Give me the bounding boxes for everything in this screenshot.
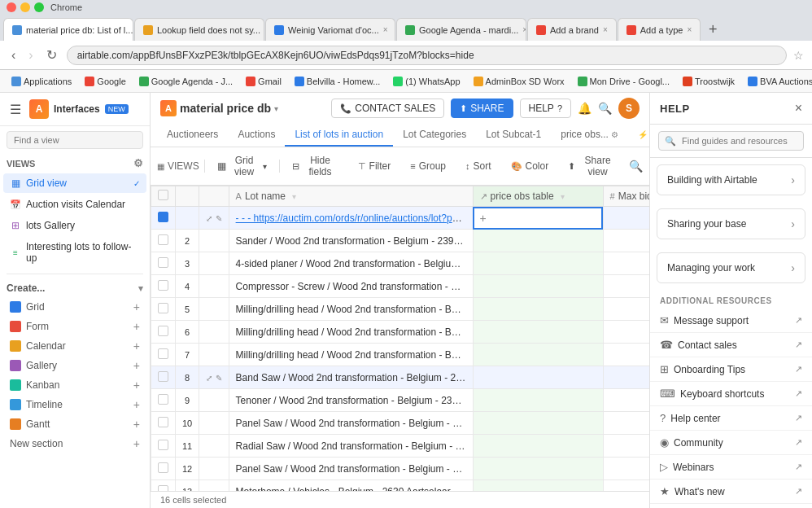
price-obs-cell[interactable] xyxy=(473,275,603,298)
new-tab-button[interactable]: + xyxy=(701,18,724,41)
row-checkbox[interactable] xyxy=(158,303,168,313)
tab-4[interactable]: Google Agenda - mardi... × xyxy=(396,18,526,41)
bookmark-troostwijk[interactable]: Troostwijk xyxy=(678,75,740,88)
row-checkbox[interactable] xyxy=(158,485,168,492)
lot-name-cell[interactable]: Panel Saw / Wood 2nd transformation - Be… xyxy=(229,412,473,435)
lot-name-cell[interactable]: Compressor - Screw / Wood 2nd transforma… xyxy=(229,275,473,298)
table-row[interactable]: 6 Milling/drilling head / Wood 2nd trans… xyxy=(151,321,650,344)
table-row[interactable]: 4 Compressor - Screw / Wood 2nd transfor… xyxy=(151,275,650,298)
lot-name-cell[interactable]: Radial Saw / Wood 2nd transformation - B… xyxy=(229,435,473,458)
create-timeline[interactable]: Timeline + xyxy=(3,395,146,414)
price-obs-cell[interactable] xyxy=(473,389,603,412)
sidebar-item-grid[interactable]: ▦ Grid view ✓ xyxy=(3,173,146,193)
lot-name-cell[interactable]: Panel Saw / Wood 2nd transformation - Be… xyxy=(229,458,473,480)
views-gear-icon[interactable]: ⚙ xyxy=(133,157,143,169)
row-check-cell[interactable] xyxy=(151,230,176,252)
row-expand-cell[interactable] xyxy=(199,480,229,492)
price-obs-cell[interactable] xyxy=(473,298,603,321)
row-expand-cell[interactable] xyxy=(199,298,229,321)
row-checkbox[interactable] xyxy=(158,371,168,382)
max-bid-cell[interactable] xyxy=(603,230,649,252)
bookmark-bva[interactable]: BVA Auctions - on... xyxy=(743,75,812,88)
share-button[interactable]: ⬆ SHARE xyxy=(451,99,513,118)
help-link-message-support[interactable]: ✉ Message support ↗ xyxy=(650,309,812,333)
max-bid-cell[interactable] xyxy=(603,458,649,480)
row-check-cell[interactable] xyxy=(151,480,176,492)
window-controls[interactable] xyxy=(7,2,44,12)
row-expand-cell[interactable]: ⤢ ✎ xyxy=(199,207,229,230)
table-row[interactable]: 13 Motorhome / Vehicles - Belgium - 2630… xyxy=(151,480,650,492)
lot-name-cell[interactable]: Sander / Wood 2nd transformation - Belgi… xyxy=(229,230,473,252)
bookmark-adminbox[interactable]: AdminBox SD Worx xyxy=(469,75,570,88)
tab-auctions[interactable]: Auctions xyxy=(228,124,285,147)
grid-view-button[interactable]: ▦ Grid view ▾ xyxy=(210,151,274,181)
row-check-cell[interactable] xyxy=(151,207,176,230)
row-expand-cell[interactable] xyxy=(199,344,229,366)
row-expand-cell[interactable]: ⤢ ✎ xyxy=(199,366,229,389)
filter-button[interactable]: ⊤ Filter xyxy=(351,157,399,175)
sidebar-item-calendar[interactable]: 📅 Auction visits Calendar xyxy=(3,195,146,214)
max-bid-cell[interactable] xyxy=(603,321,649,344)
max-bid-cell[interactable] xyxy=(603,480,649,492)
row-check-cell[interactable] xyxy=(151,366,176,389)
tab-auctioneers[interactable]: Auctioneers xyxy=(157,124,228,147)
lot-name-cell[interactable]: Milling/drilling head / Wood 2nd transfo… xyxy=(229,321,473,344)
max-bid-cell[interactable] xyxy=(603,298,649,321)
bookmark-applications[interactable]: Applications xyxy=(7,75,76,88)
max-bid-cell[interactable] xyxy=(603,389,649,412)
edit-row-icon[interactable]: ✎ xyxy=(216,214,222,223)
create-section[interactable]: Create... ▾ xyxy=(0,279,150,297)
row-expand-cell[interactable] xyxy=(199,252,229,275)
help-close-button[interactable]: × xyxy=(795,101,802,116)
row-expand-cell[interactable] xyxy=(199,389,229,412)
row-check-cell[interactable] xyxy=(151,344,176,366)
hide-fields-button[interactable]: ⊟ Hide fields xyxy=(285,151,346,181)
tab-list-of-lots[interactable]: List of lots in auction xyxy=(285,124,393,147)
new-section-item[interactable]: New section + xyxy=(3,434,146,453)
close-button[interactable] xyxy=(7,2,16,12)
select-all-checkbox[interactable] xyxy=(158,190,168,200)
price-obs-col-dropdown[interactable]: ▾ xyxy=(561,192,565,201)
row-checkbox[interactable] xyxy=(158,348,168,359)
color-button[interactable]: 🎨 Color xyxy=(504,157,557,175)
price-obs-cell[interactable] xyxy=(473,458,603,480)
tab-3-close[interactable]: × xyxy=(383,25,388,34)
row-check-cell[interactable] xyxy=(151,412,176,435)
lot-name-cell[interactable]: Motorhome / Vehicles - Belgium - 2630 Aa… xyxy=(229,480,473,492)
bookmark-google[interactable]: Google xyxy=(80,75,130,88)
lot-name-cell[interactable]: 4-sided planer / Wood 2nd transformation… xyxy=(229,252,473,275)
share-view-button[interactable]: ⬆ Share view xyxy=(561,151,624,181)
tab-6[interactable]: Add a type × xyxy=(618,18,701,41)
row-expand-cell[interactable] xyxy=(199,435,229,458)
user-avatar[interactable]: S xyxy=(618,98,640,119)
help-card-building[interactable]: Building with Airtable › xyxy=(657,164,805,195)
help-link-community[interactable]: ◉ Community ↗ xyxy=(650,431,812,455)
tab-6-close[interactable]: × xyxy=(687,25,692,34)
row-expand-cell[interactable] xyxy=(199,412,229,435)
minimize-button[interactable] xyxy=(20,2,30,12)
help-link-api-docs[interactable]: </> API documentation ↗ xyxy=(650,504,812,508)
table-row[interactable]: 12 Panel Saw / Wood 2nd transformation -… xyxy=(151,458,650,480)
price-obs-cell[interactable] xyxy=(473,480,603,492)
row-check-cell[interactable] xyxy=(151,252,176,275)
price-obs-cell[interactable] xyxy=(473,412,603,435)
notification-icon[interactable]: 🔔 xyxy=(578,102,592,115)
sidebar-menu-button[interactable]: ☰ xyxy=(7,100,24,119)
max-bid-cell[interactable] xyxy=(603,252,649,275)
contact-sales-button[interactable]: 📞 CONTACT SALES xyxy=(331,99,444,118)
row-expand-cell[interactable] xyxy=(199,458,229,480)
row-checkbox[interactable] xyxy=(158,257,168,268)
table-row[interactable]: ⤢ ✎ - - - https://auctim.com/ords/r/onli… xyxy=(151,207,650,230)
row-check-cell[interactable] xyxy=(151,298,176,321)
bookmark-gmail[interactable]: Gmail xyxy=(241,75,286,88)
max-bid-cell[interactable] xyxy=(603,275,649,298)
help-card-managing[interactable]: Managing your work › xyxy=(657,252,805,283)
table-row[interactable]: 9 Tenoner / Wood 2nd transformation - Be… xyxy=(151,389,650,412)
grid-container[interactable]: A Lot name ▾ ↗ price obs table ▾ xyxy=(151,186,649,491)
help-search-input[interactable] xyxy=(658,131,804,151)
row-checkbox[interactable] xyxy=(158,212,168,222)
lot-name-cell[interactable]: Milling/drilling head / Wood 2nd transfo… xyxy=(229,298,473,321)
price-obs-cell[interactable] xyxy=(473,366,603,389)
expand-row-icon[interactable]: ⤢ xyxy=(206,374,212,383)
tab-lot-subcat[interactable]: Lot Subcat-1 xyxy=(476,124,551,147)
